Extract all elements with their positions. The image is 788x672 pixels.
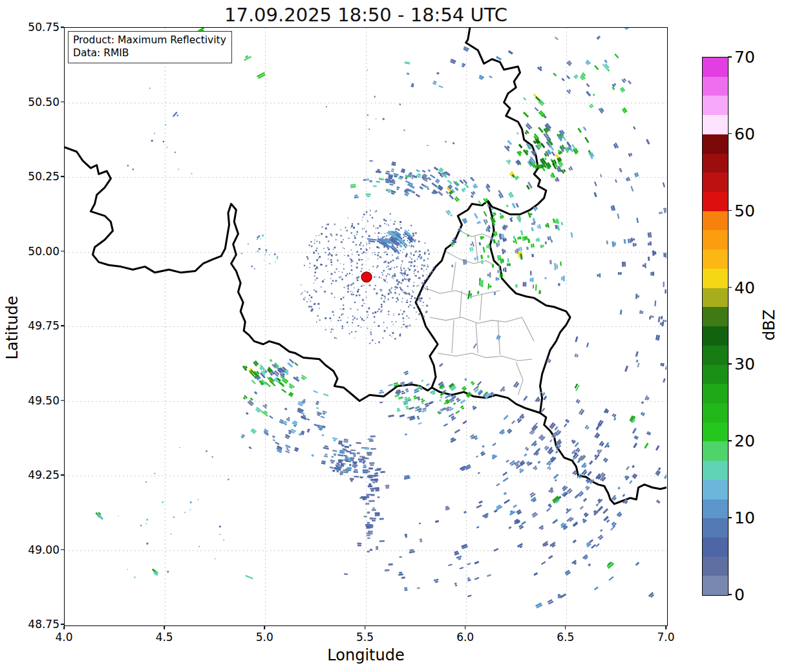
- colorbar-segment: [703, 441, 728, 461]
- y-tick-label: 50.00: [23, 245, 59, 258]
- colorbar-tick-label: 20: [734, 432, 755, 450]
- colorbar-segment: [703, 269, 728, 288]
- colorbar-segment: [703, 326, 728, 346]
- y-tick-mark: [61, 624, 64, 625]
- colorbar-segment: [703, 403, 728, 423]
- y-tick-mark: [61, 474, 64, 476]
- y-tick-mark: [61, 176, 64, 177]
- colorbar-tick-label: 70: [734, 48, 755, 67]
- colorbar-segment: [703, 557, 728, 576]
- x-tick-mark: [365, 626, 366, 629]
- y-tick-label: 48.75: [23, 618, 59, 631]
- y-tick-label: 49.00: [23, 543, 59, 556]
- colorbar-segment: [703, 58, 728, 77]
- x-tick-label: 7.0: [657, 631, 674, 644]
- colorbar-segment: [703, 384, 728, 403]
- y-tick-mark: [61, 251, 64, 252]
- radar-figure: 17.09.2025 18:50 - 18:54 UTC Product: Ma…: [0, 0, 788, 672]
- colorbar-segment: [703, 192, 728, 211]
- colorbar-segment: [703, 115, 728, 134]
- colorbar-tick-label: 0: [734, 585, 745, 604]
- y-tick-label: 50.50: [23, 96, 59, 109]
- colorbar-tick-mark: [728, 210, 732, 211]
- colorbar-segment: [703, 307, 728, 326]
- colorbar-segment: [703, 230, 728, 249]
- colorbar-tick-label: 50: [734, 201, 755, 220]
- x-tick-label: 5.0: [256, 631, 273, 644]
- colorbar-segment: [703, 538, 728, 557]
- colorbar-tick-label: 60: [734, 124, 755, 143]
- y-tick-label: 50.25: [23, 170, 59, 183]
- colorbar-segment: [703, 96, 728, 115]
- x-axis-label: Longitude: [64, 646, 668, 664]
- colorbar-tick-mark: [728, 517, 732, 518]
- colorbar-segment: [703, 288, 728, 308]
- x-tick-mark: [164, 626, 165, 629]
- x-tick-label: 5.5: [356, 631, 374, 644]
- x-tick-mark: [665, 626, 666, 629]
- colorbar-segment: [703, 365, 728, 384]
- product-annotation-box: Product: Maximum Reflectivity Data: RMIB: [68, 31, 232, 63]
- colorbar-tick-mark: [728, 56, 732, 58]
- colorbar-segment: [703, 154, 728, 173]
- y-tick-mark: [61, 101, 64, 103]
- colorbar-tick-mark: [728, 364, 732, 365]
- y-tick-label: 50.75: [23, 21, 59, 34]
- figure-title: 17.09.2025 18:50 - 18:54 UTC: [64, 4, 668, 26]
- x-tick-mark: [63, 626, 65, 629]
- y-axis-label: Latitude: [3, 292, 21, 363]
- colorbar-tick-mark: [728, 440, 732, 441]
- x-tick-mark: [264, 626, 266, 629]
- colorbar-tick-mark: [728, 594, 732, 595]
- y-tick-mark: [61, 26, 64, 28]
- x-tick-label: 4.0: [55, 631, 72, 644]
- colorbar-segment: [703, 77, 728, 96]
- colorbar-tick-label: 40: [734, 278, 755, 297]
- colorbar-tick-label: 10: [734, 509, 755, 527]
- y-tick-label: 49.75: [23, 319, 59, 332]
- y-tick-label: 49.25: [23, 468, 59, 481]
- y-tick-mark: [61, 325, 64, 326]
- colorbar-segment: [703, 518, 728, 538]
- radar-map-canvas: [65, 28, 666, 625]
- colorbar-segment: [703, 480, 728, 499]
- colorbar-segment: [703, 211, 728, 231]
- y-tick-mark: [61, 400, 64, 401]
- x-tick-label: 6.5: [557, 631, 574, 644]
- x-tick-label: 6.0: [456, 631, 474, 644]
- colorbar-segment: [703, 423, 728, 442]
- colorbar-tick-mark: [728, 287, 732, 288]
- colorbar-segment: [703, 499, 728, 519]
- colorbar-segment: [703, 249, 728, 269]
- y-tick-mark: [61, 549, 64, 551]
- colorbar-segment: [703, 346, 728, 365]
- colorbar-tick-mark: [728, 133, 732, 134]
- x-tick-mark: [465, 626, 466, 629]
- colorbar: [702, 57, 729, 596]
- colorbar-tick-label: 30: [734, 355, 755, 373]
- map-plot-area: Product: Maximum Reflectivity Data: RMIB: [64, 27, 668, 626]
- colorbar-segment: [703, 461, 728, 480]
- x-tick-mark: [565, 626, 566, 629]
- data-source-line: Data: RMIB: [73, 47, 226, 59]
- product-line: Product: Maximum Reflectivity: [73, 34, 226, 47]
- colorbar-segment: [703, 576, 728, 595]
- colorbar-label: dBZ: [760, 289, 783, 361]
- colorbar-segment: [703, 134, 728, 154]
- y-tick-label: 49.50: [23, 394, 59, 407]
- x-tick-label: 4.5: [156, 631, 173, 644]
- colorbar-segment: [703, 173, 728, 192]
